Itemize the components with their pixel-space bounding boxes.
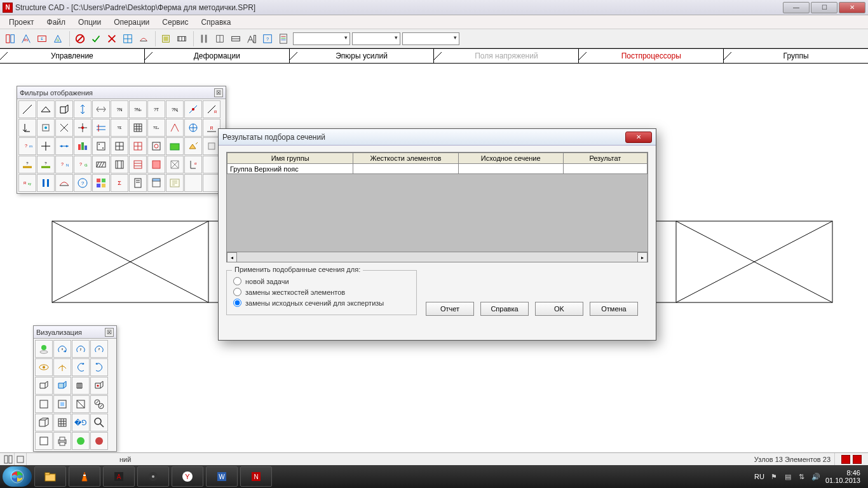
filter-icon[interactable] <box>184 119 202 137</box>
scroll-track[interactable] <box>237 252 637 262</box>
filter-icon[interactable] <box>92 156 110 173</box>
toolbar-combo-1[interactable] <box>293 32 350 45</box>
filter-icon[interactable] <box>166 174 184 192</box>
tray-clock[interactable]: 8:46 01.10.2013 <box>825 469 860 484</box>
filter-icon[interactable] <box>74 137 92 155</box>
palette-close-icon[interactable]: ☒ <box>105 328 114 337</box>
minimize-button[interactable]: — <box>783 2 810 13</box>
tool-icon[interactable] <box>158 31 173 46</box>
tab-postprocessors[interactable]: Постпроцессоры <box>579 49 724 63</box>
viz-icon[interactable] <box>35 395 53 413</box>
tool-cancel-icon[interactable] <box>72 31 88 46</box>
filter-icon[interactable] <box>92 100 110 118</box>
tool-icon[interactable]: RV <box>18 31 34 46</box>
dialog-close-button[interactable]: ✕ <box>625 132 652 143</box>
cancel-button[interactable]: Отмена <box>590 302 638 316</box>
radio-new-task[interactable]: новой задачи <box>233 276 410 287</box>
filter-icon[interactable]: ?Σ <box>111 119 128 137</box>
col-section[interactable]: Исходное сечение <box>458 153 563 164</box>
tool-icon[interactable] <box>196 31 212 46</box>
scroll-right-icon[interactable]: ▸ <box>637 252 648 262</box>
viz-icon[interactable] <box>35 358 53 376</box>
palette-close-icon[interactable]: ☒ <box>214 88 223 97</box>
filter-icon[interactable] <box>184 100 202 118</box>
viz-icon[interactable]: �⅁ <box>72 414 90 431</box>
viz-icon[interactable] <box>90 395 108 413</box>
viz-palette-title[interactable]: Визуализация ☒ <box>34 326 116 339</box>
filter-icon[interactable]: ?m <box>18 137 36 155</box>
filter-icon[interactable] <box>147 174 165 192</box>
filter-icon[interactable] <box>55 119 73 137</box>
visualization-palette[interactable]: Визуализация ☒ x y z �⅁ <box>33 325 117 452</box>
filter-icon[interactable] <box>55 174 73 192</box>
scroll-left-icon[interactable]: ◂ <box>227 252 237 262</box>
filter-icon[interactable]: ? <box>37 156 55 173</box>
toolbar-combo-2[interactable] <box>352 32 400 45</box>
tab-deformations[interactable]: Деформации <box>145 49 290 63</box>
taskbar-app[interactable] <box>137 466 169 487</box>
radio-replace-stiffness[interactable]: замены жесткостей элементов <box>233 287 410 297</box>
col-stiffness[interactable]: Жесткости элементов <box>353 153 458 164</box>
filter-icon[interactable]: ?N <box>111 100 128 118</box>
tab-management[interactable]: Управление <box>0 49 145 63</box>
viz-icon[interactable] <box>90 432 108 450</box>
filter-icon[interactable] <box>129 119 147 137</box>
menu-project[interactable]: Проект <box>3 17 41 28</box>
viz-icon[interactable] <box>53 414 71 431</box>
filter-icon[interactable] <box>129 156 147 173</box>
viz-print-icon[interactable] <box>53 432 71 450</box>
filter-icon[interactable] <box>92 119 110 137</box>
filter-icon[interactable] <box>129 174 147 192</box>
taskbar-yandex[interactable]: Y <box>172 466 203 487</box>
viz-icon[interactable]: x <box>53 340 71 358</box>
filter-icon[interactable] <box>18 119 36 137</box>
filter-icon[interactable] <box>92 137 110 155</box>
taskbar-vlc[interactable] <box>69 466 100 487</box>
status-tool-icon[interactable] <box>3 453 15 465</box>
menu-file[interactable]: Файл <box>41 17 72 28</box>
filter-icon[interactable]: R <box>203 100 220 118</box>
viz-icon[interactable] <box>90 358 108 376</box>
viz-icon[interactable] <box>90 377 108 395</box>
filter-icon[interactable]: ?N <box>55 156 73 173</box>
radio-new-task-input[interactable] <box>233 277 241 285</box>
viz-icon[interactable] <box>53 358 71 376</box>
tool-icon[interactable]: ? <box>260 31 275 46</box>
status-tool-icon[interactable] <box>15 453 27 465</box>
tool-icon[interactable]: G <box>50 31 65 46</box>
filter-icon[interactable]: ?Σₑ <box>147 119 165 137</box>
filter-icon[interactable]: ? <box>18 156 36 173</box>
viz-icon[interactable] <box>35 377 53 395</box>
filter-icon[interactable]: Rxy <box>18 174 36 192</box>
filter-icon[interactable] <box>74 119 92 137</box>
viz-icon[interactable] <box>35 340 53 358</box>
tool-icon[interactable] <box>136 31 151 46</box>
radio-replace-sections-input[interactable] <box>233 299 241 307</box>
taskbar-explorer[interactable] <box>34 466 66 487</box>
filter-icon[interactable] <box>111 137 128 155</box>
filter-icon[interactable]: ?G <box>74 156 92 173</box>
dialog-titlebar[interactable]: Результаты подбора сечений ✕ <box>219 129 656 146</box>
filter-icon[interactable] <box>147 137 165 155</box>
tool-icon[interactable]: E <box>34 31 50 46</box>
tray-lang[interactable]: RU <box>754 473 764 480</box>
viz-icon[interactable] <box>72 377 90 395</box>
viz-icon[interactable] <box>53 377 71 395</box>
toolbar-combo-3[interactable] <box>402 32 459 45</box>
start-button[interactable] <box>3 466 32 487</box>
tray-action-center-icon[interactable]: ▤ <box>783 472 792 481</box>
filters-palette[interactable]: Фильтры отображения ☒ ?N ?Nₑ ?T ?Nⱼ R ?Σ… <box>17 86 226 194</box>
grid-hscrollbar[interactable]: ◂ ▸ <box>227 252 648 262</box>
tool-icon[interactable] <box>276 31 291 46</box>
menu-options[interactable]: Опции <box>72 17 107 28</box>
filter-icon[interactable] <box>147 156 165 173</box>
tray-network-icon[interactable]: ⇅ <box>797 472 806 481</box>
menu-service[interactable]: Сервис <box>156 17 194 28</box>
filter-icon[interactable] <box>55 100 73 118</box>
viz-icon[interactable] <box>35 432 53 450</box>
filters-palette-title[interactable]: Фильтры отображения ☒ <box>17 86 226 99</box>
results-grid[interactable]: Имя группы Жесткости элементов Исходное … <box>226 152 648 262</box>
filter-icon[interactable] <box>111 156 128 173</box>
tool-icon[interactable] <box>212 31 227 46</box>
tab-diagrams[interactable]: Эпюры усилий <box>290 49 435 63</box>
